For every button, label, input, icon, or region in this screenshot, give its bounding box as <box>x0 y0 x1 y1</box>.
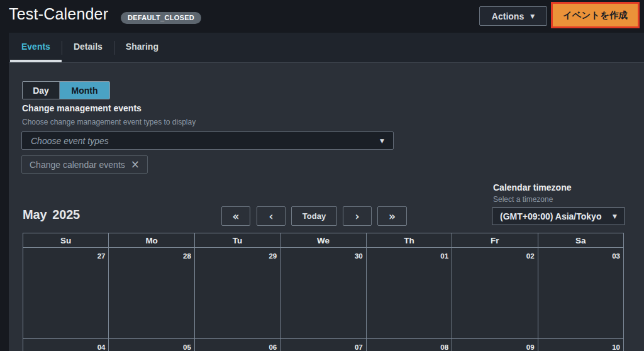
calendar-day-cell[interactable]: 28 <box>109 248 194 339</box>
tab-events[interactable]: Events <box>10 33 62 62</box>
day-number: 08 <box>440 343 448 351</box>
calendar-week-row: 04 05 06 07 08 09 10 <box>23 339 624 351</box>
close-icon[interactable]: × <box>131 159 140 170</box>
change-management-heading: Change management events <box>22 103 142 113</box>
actions-button-label: Actions <box>492 11 524 21</box>
weekday-header: Sa <box>538 233 623 248</box>
tab-sharing[interactable]: Sharing <box>114 33 170 62</box>
calendar-day-cell[interactable]: 06 <box>194 339 280 351</box>
view-toggle: Day Month <box>22 81 110 99</box>
weekday-header: Th <box>366 233 452 248</box>
change-management-description: Choose change management event types to … <box>22 118 196 126</box>
calendar-day-cell[interactable]: 07 <box>280 339 366 351</box>
day-number: 02 <box>526 252 535 260</box>
day-view-button[interactable]: Day <box>23 82 60 99</box>
day-number: 06 <box>269 343 277 351</box>
month-calendar: Su Mo Tu We Th Fr Sa 27 28 29 30 01 02 0… <box>23 233 624 351</box>
prev-month-button[interactable]: ‹ <box>257 206 286 226</box>
annotation-highlight: イベントを作成 <box>551 2 640 28</box>
day-number: 27 <box>97 252 106 260</box>
weekday-header: Mo <box>109 233 194 248</box>
calendar-week-row: 27 28 29 30 01 02 03 <box>23 248 624 339</box>
day-number: 04 <box>97 343 106 351</box>
year-label: 2025 <box>52 208 80 222</box>
day-number: 01 <box>440 252 448 260</box>
calendar-day-cell[interactable]: 04 <box>23 339 109 351</box>
timezone-heading: Calendar timezone <box>493 182 571 192</box>
day-number: 07 <box>355 343 363 351</box>
weekday-header: Su <box>23 233 109 248</box>
chevron-down-icon: ▼ <box>613 213 617 220</box>
calendar-day-cell[interactable]: 05 <box>109 339 194 351</box>
tab-details[interactable]: Details <box>62 33 114 62</box>
day-number: 05 <box>183 343 191 351</box>
today-button[interactable]: Today <box>291 206 337 226</box>
calendar-day-cell[interactable]: 30 <box>280 248 366 339</box>
calendar-panel: Events Details Sharing Day Month Change … <box>9 33 644 351</box>
next-month-button[interactable]: › <box>343 206 372 226</box>
calendar-day-cell[interactable]: 03 <box>538 248 623 339</box>
month-title: May 2025 <box>23 208 80 222</box>
weekday-header: Tu <box>194 233 280 248</box>
timezone-sub-label: Select a timezone <box>493 195 553 204</box>
next-year-button[interactable]: » <box>377 206 407 226</box>
event-types-placeholder: Choose event types <box>31 136 380 146</box>
chevron-down-icon: ▼ <box>380 138 384 144</box>
month-view-button[interactable]: Month <box>60 82 109 99</box>
timezone-selected-value: (GMT+09:00) Asia/Tokyo <box>500 211 613 221</box>
token-label: Change calendar events <box>30 160 125 170</box>
selected-event-type-token: Change calendar events × <box>21 155 148 174</box>
status-badge: DEFAULT_CLOSED <box>121 12 201 24</box>
day-number: 10 <box>612 343 620 351</box>
day-number: 28 <box>183 252 191 260</box>
day-number: 30 <box>355 252 363 260</box>
event-types-select[interactable]: Choose event types ▼ <box>21 131 394 150</box>
chevron-down-icon: ▼ <box>530 13 535 20</box>
timezone-select[interactable]: (GMT+09:00) Asia/Tokyo ▼ <box>492 207 625 225</box>
day-number: 09 <box>526 343 535 351</box>
tab-bar: Events Details Sharing <box>9 33 644 63</box>
calendar-day-cell[interactable]: 29 <box>194 248 280 339</box>
calendar-day-cell[interactable]: 09 <box>452 339 538 351</box>
calendar-day-cell[interactable]: 01 <box>366 248 452 339</box>
page-header: Test-Calender DEFAULT_CLOSED Actions ▼ イ… <box>0 0 644 33</box>
prev-year-button[interactable]: « <box>221 206 250 226</box>
weekday-header: Fr <box>452 233 538 248</box>
calendar-day-cell[interactable]: 27 <box>23 248 109 339</box>
weekday-header: We <box>280 233 366 248</box>
create-event-button[interactable]: イベントを作成 <box>553 4 638 26</box>
day-number: 29 <box>269 252 277 260</box>
day-number: 03 <box>612 252 620 260</box>
month-label: May <box>23 208 47 222</box>
weekday-header-row: Su Mo Tu We Th Fr Sa <box>23 233 624 248</box>
calendar-day-cell[interactable]: 02 <box>452 248 538 339</box>
calendar-day-cell[interactable]: 08 <box>366 339 452 351</box>
page-title: Test-Calender <box>9 5 108 23</box>
calendar-day-cell[interactable]: 10 <box>538 339 623 351</box>
actions-button[interactable]: Actions ▼ <box>479 6 547 26</box>
